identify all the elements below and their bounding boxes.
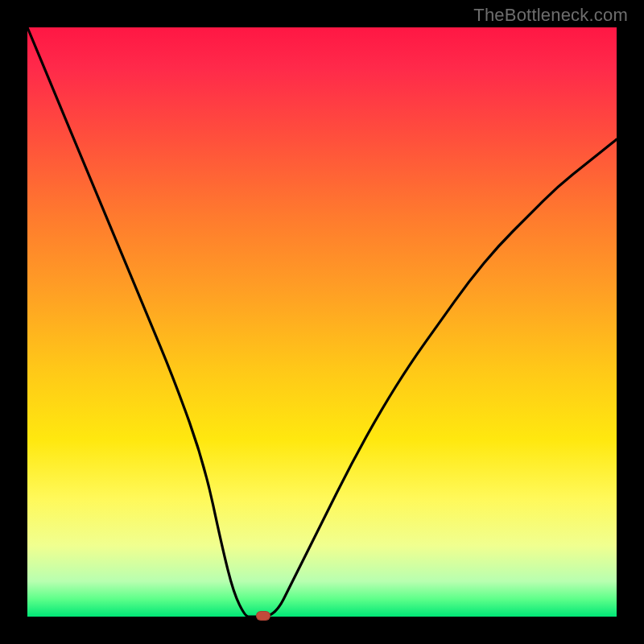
chart-frame: TheBottleneck.com: [0, 0, 644, 644]
watermark-text: TheBottleneck.com: [473, 5, 628, 26]
plot-area: [27, 27, 617, 617]
bottleneck-curve: [27, 27, 617, 617]
curve-layer: [27, 27, 617, 617]
minimum-marker: [256, 611, 270, 621]
